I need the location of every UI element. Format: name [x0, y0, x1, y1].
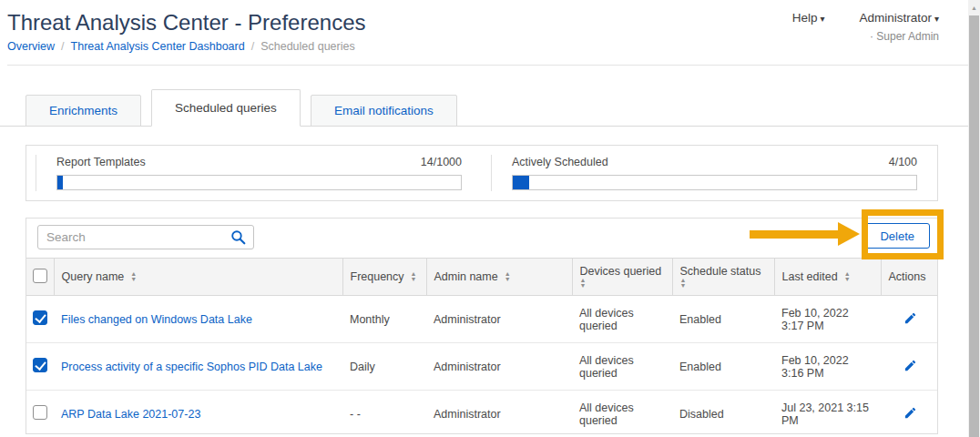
admin-name-cell: Administrator: [426, 391, 572, 435]
col-query-name[interactable]: Query name ▲▼: [54, 259, 342, 296]
chevron-down-icon: ▾: [820, 14, 824, 24]
tab-enrichments[interactable]: Enrichments: [26, 95, 141, 127]
col-admin-name[interactable]: Admin name ▲▼: [426, 259, 572, 296]
query-name-link[interactable]: ARP Data Lake 2021-07-23: [61, 408, 200, 421]
breadcrumb-overview[interactable]: Overview: [7, 40, 55, 53]
scheduled-queries-table: Query name ▲▼ Frequency ▲▼ Admin name ▲▼: [26, 258, 938, 434]
schedule-status-cell: Enabled: [672, 296, 774, 343]
frequency-cell: Monthly: [342, 296, 426, 343]
admin-name-cell: Administrator: [426, 296, 572, 343]
pencil-icon: [903, 406, 917, 420]
tab-scheduled-queries[interactable]: Scheduled queries: [151, 89, 301, 127]
admin-name-cell: Administrator: [426, 343, 572, 391]
last-edited-cell: Feb 10, 2022 3:16 PM: [774, 343, 881, 391]
query-name-link[interactable]: Files changed on Windows Data Lake: [61, 313, 252, 326]
breadcrumb-separator: /: [61, 40, 64, 53]
topbar: Help▾ Administrator▾ · Super Admin: [792, 11, 939, 43]
select-all-checkbox[interactable]: [33, 269, 47, 283]
row-checkbox[interactable]: [33, 358, 47, 372]
table-row: ARP Data Lake 2021-07-23 - - Administrat…: [26, 391, 938, 435]
actively-scheduled-quota: Actively Scheduled 4/100: [491, 155, 937, 191]
annotation-arrow-head: [838, 222, 860, 246]
col-last-edited[interactable]: Last edited ▲▼: [774, 259, 881, 296]
sort-icon: ▲▼: [505, 271, 511, 282]
progress-fill: [513, 176, 529, 189]
edit-button[interactable]: [902, 404, 919, 424]
query-name-link[interactable]: Process activity of a specific Sophos PI…: [61, 361, 322, 373]
edit-button[interactable]: [902, 310, 919, 330]
vertical-scrollbar: ▲: [968, 0, 980, 437]
quota-label: Actively Scheduled: [512, 156, 608, 168]
scheduled-queries-panel: Delete Query name ▲▼: [26, 218, 938, 434]
progress-bar: [56, 175, 462, 190]
schedule-status-cell: Disabled: [672, 391, 774, 435]
user-role-label: · Super Admin: [859, 30, 939, 43]
progress-fill: [57, 176, 63, 189]
quota-panel: Report Templates 14/1000 Actively Schedu…: [26, 145, 938, 201]
table-row: Process activity of a specific Sophos PI…: [26, 343, 938, 391]
search-input[interactable]: [38, 230, 230, 244]
help-menu[interactable]: Help▾: [792, 11, 825, 25]
delete-button[interactable]: Delete: [864, 223, 930, 249]
col-devices-queried[interactable]: Devices queried ▲▼: [572, 259, 672, 296]
select-all-header[interactable]: [26, 259, 54, 296]
annotation-arrow-shaft: [750, 230, 840, 239]
scrollbar-thumb[interactable]: [969, 15, 979, 437]
sort-icon: ▲▼: [130, 271, 137, 282]
edit-button[interactable]: [902, 357, 919, 377]
last-edited-cell: Feb 10, 2022 3:17 PM: [774, 296, 881, 343]
tabs-bar: Enrichments Scheduled queries Email noti…: [0, 88, 968, 127]
page: Threat Analysis Center - Preferences Ove…: [0, 0, 980, 437]
search-button[interactable]: [230, 229, 246, 245]
table-row: Files changed on Windows Data Lake Month…: [26, 296, 938, 343]
last-edited-cell: Jul 23, 2021 3:15 PM: [774, 391, 881, 435]
pencil-icon: [903, 311, 917, 325]
schedule-status-cell: Enabled: [672, 343, 774, 391]
col-actions: Actions: [881, 259, 938, 296]
quota-value: 4/100: [889, 156, 917, 168]
page-header: Threat Analysis Center - Preferences Ove…: [0, 0, 968, 66]
header-divider: [7, 65, 968, 66]
frequency-cell: Daily: [342, 343, 426, 391]
quota-value: 14/1000: [421, 156, 462, 168]
report-templates-quota: Report Templates 14/1000: [36, 155, 482, 191]
sort-icon: ▲▼: [580, 278, 587, 289]
user-block: Administrator▾ · Super Admin: [859, 11, 939, 43]
col-schedule-status[interactable]: Schedule status ▲▼: [672, 259, 774, 296]
progress-bar: [512, 175, 917, 190]
devices-queried-cell: All devices queried: [572, 391, 672, 435]
chevron-down-icon: ▾: [934, 14, 939, 24]
row-checkbox[interactable]: [33, 310, 47, 325]
user-menu[interactable]: Administrator▾: [859, 11, 939, 25]
sort-icon: ▲▼: [680, 278, 687, 289]
col-frequency[interactable]: Frequency ▲▼: [342, 259, 426, 296]
devices-queried-cell: All devices queried: [572, 296, 672, 343]
quota-label: Report Templates: [56, 156, 146, 168]
scrollbar-up-button[interactable]: ▲: [968, 0, 980, 15]
frequency-cell: - -: [342, 391, 426, 435]
pencil-icon: [903, 359, 917, 372]
search-icon: [230, 229, 246, 245]
devices-queried-cell: All devices queried: [572, 343, 672, 391]
breadcrumb-dashboard[interactable]: Threat Analysis Center Dashboard: [71, 40, 245, 53]
scroll-up-icon: ▲: [971, 5, 977, 11]
table-header-row: Query name ▲▼ Frequency ▲▼ Admin name ▲▼: [26, 259, 938, 296]
sort-icon: ▲▼: [844, 271, 851, 282]
search-box: [37, 225, 254, 249]
row-checkbox[interactable]: [33, 405, 47, 420]
tab-email-notifications[interactable]: Email notifications: [311, 95, 457, 127]
sort-icon: ▲▼: [411, 271, 417, 282]
breadcrumb-separator: /: [251, 40, 254, 53]
breadcrumb-current: Scheduled queries: [260, 40, 355, 53]
